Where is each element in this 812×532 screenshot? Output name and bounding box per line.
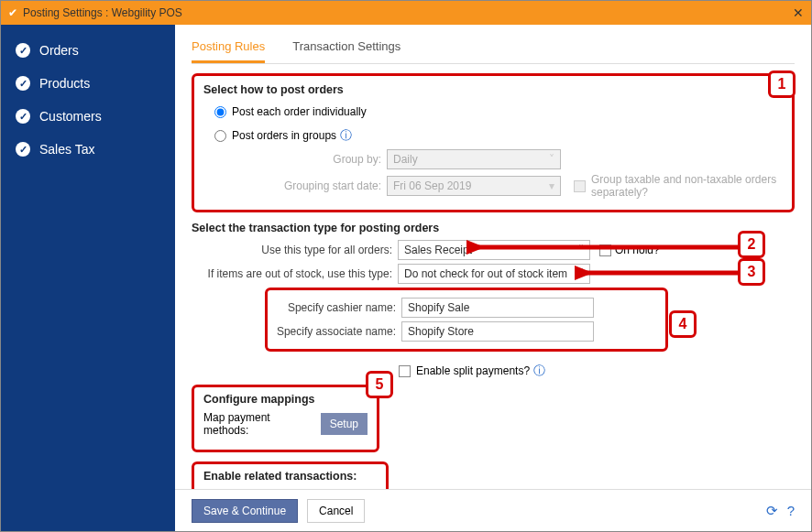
oos-label: If items are out of stock, use this type…: [192, 267, 398, 280]
start-date-picker: Fri 06 Sep 2019 ▾: [387, 176, 561, 196]
sidebar-item-label: Sales Tax: [39, 142, 94, 157]
sidebar-item-label: Products: [39, 76, 90, 91]
map-payment-label: Map payment methods:: [203, 411, 313, 437]
sidebar-item-customers[interactable]: ✓ Customers: [1, 100, 175, 133]
chevron-down-icon: ˅: [578, 244, 584, 256]
radio-label: Post orders in groups: [232, 129, 336, 142]
check-icon: ✓: [16, 43, 30, 58]
chevron-down-icon: ˅: [578, 267, 584, 280]
section-heading: Configure mappings: [203, 393, 368, 406]
info-icon[interactable]: ⓘ: [533, 363, 545, 379]
tab-posting-rules[interactable]: Posting Rules: [192, 34, 265, 63]
cashier-input[interactable]: [401, 298, 594, 318]
type-label: Use this type for all orders:: [192, 244, 398, 256]
split-payments-checkbox[interactable]: [399, 365, 411, 377]
radio-input[interactable]: [214, 130, 226, 142]
callout-5: 5: [366, 371, 393, 398]
section-heading: Select how to post orders: [203, 83, 783, 96]
combo-value: Sales Receipt: [404, 244, 472, 256]
close-icon[interactable]: ✕: [793, 5, 804, 20]
check-icon: ✓: [16, 76, 30, 91]
tabs: Posting Rules Transaction Settings: [192, 34, 795, 64]
sidebar-item-sales-tax[interactable]: ✓ Sales Tax: [1, 133, 175, 166]
chevron-down-icon: ˅: [549, 153, 554, 166]
date-value: Fri 06 Sep 2019: [393, 179, 471, 192]
tab-transaction-settings[interactable]: Transaction Settings: [292, 34, 401, 63]
start-date-label: Grouping start date:: [249, 179, 387, 192]
callout-3: 3: [738, 258, 765, 286]
combo-value: Do not check for out of stock item: [404, 267, 567, 280]
onhold-checkbox[interactable]: [599, 244, 611, 256]
radio-post-individually[interactable]: Post each order individually: [203, 102, 783, 122]
help-icon[interactable]: ?: [787, 503, 795, 518]
callout-1: 1: [768, 71, 796, 98]
setup-button[interactable]: Setup: [321, 413, 368, 435]
check-icon: ✓: [16, 109, 30, 124]
associate-label: Specify associate name:: [275, 325, 401, 338]
highlight-box-1: 1 Select how to post orders Post each or…: [192, 73, 795, 212]
info-icon[interactable]: ⓘ: [340, 127, 352, 144]
highlight-box-5: 5 Configure mappings Map payment methods…: [192, 385, 379, 452]
title-bar: ✔ Posting Settings : Webgility POS ✕: [1, 1, 811, 25]
group-taxable-checkbox: [574, 180, 586, 192]
group-by-select: Daily ˅: [387, 149, 561, 169]
cashier-label: Specify cashier name:: [275, 301, 401, 314]
check-icon: ✓: [16, 142, 30, 157]
section-heading: Enable related transactions:: [203, 470, 377, 483]
callout-2: 2: [738, 231, 765, 258]
associate-input[interactable]: [401, 321, 594, 342]
sidebar: ✓ Orders ✓ Products ✓ Customers ✓ Sales …: [1, 25, 175, 531]
app-icon: ✔: [8, 6, 17, 19]
save-continue-button[interactable]: Save & Continue: [192, 499, 298, 523]
cancel-button[interactable]: Cancel: [307, 499, 365, 523]
main-panel: Posting Rules Transaction Settings 1 Sel…: [175, 25, 811, 531]
window-title: Posting Settings : Webgility POS: [23, 6, 182, 19]
section-heading: Select the transaction type for posting …: [192, 222, 795, 234]
refresh-icon[interactable]: ⟳: [766, 503, 778, 519]
group-taxable-label: Group taxable and non-taxable orders sep…: [591, 173, 783, 199]
combo-value: Daily: [393, 153, 418, 166]
radio-label: Post each order individually: [232, 105, 367, 118]
sidebar-item-label: Customers: [39, 109, 102, 124]
oos-type-select[interactable]: Do not check for out of stock item ˅: [398, 264, 590, 284]
radio-post-groups[interactable]: Post orders in groups ⓘ: [203, 125, 783, 146]
highlight-box-4: Specify cashier name: Specify associate …: [265, 288, 668, 352]
group-by-label: Group by:: [249, 153, 387, 166]
callout-4: 4: [669, 310, 697, 338]
sidebar-item-label: Orders: [39, 43, 79, 58]
onhold-label: On hold?: [615, 244, 660, 256]
sidebar-item-products[interactable]: ✓ Products: [1, 67, 175, 100]
split-payments-label: Enable split payments?: [416, 364, 530, 377]
arrow-3: [575, 260, 749, 288]
transaction-type-select[interactable]: Sales Receipt ˅: [398, 240, 590, 260]
sidebar-item-orders[interactable]: ✓ Orders: [1, 34, 175, 67]
radio-input[interactable]: [214, 106, 226, 118]
calendar-dropdown-icon: ▾: [549, 179, 554, 192]
footer: Save & Continue Cancel ⟳ ?: [175, 489, 811, 531]
